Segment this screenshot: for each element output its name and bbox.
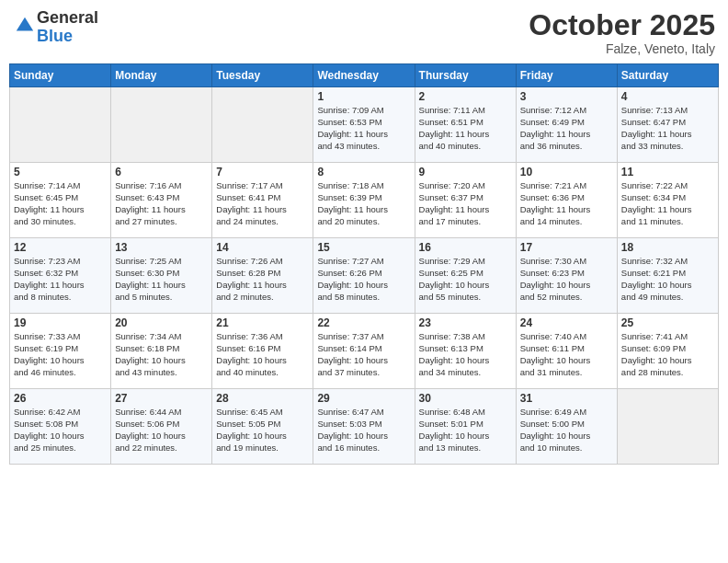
table-row: 3Sunrise: 7:12 AM Sunset: 6:49 PM Daylig… (516, 87, 617, 163)
day-number: 9 (419, 166, 512, 178)
day-number: 19 (14, 316, 107, 329)
day-info: Sunrise: 7:18 AM Sunset: 6:39 PM Dayligh… (317, 180, 410, 227)
day-info: Sunrise: 7:41 AM Sunset: 6:09 PM Dayligh… (621, 331, 714, 378)
header: General Blue October 2025 Falze, Veneto,… (9, 9, 719, 56)
title-block: October 2025 Falze, Veneto, Italy (529, 9, 715, 56)
logo-general-text: General (37, 8, 98, 27)
calendar-table: Sunday Monday Tuesday Wednesday Thursday… (9, 63, 719, 465)
col-monday: Monday (111, 64, 212, 87)
month-title: October 2025 (529, 9, 715, 41)
calendar-row: 19Sunrise: 7:33 AM Sunset: 6:19 PM Dayli… (10, 314, 719, 389)
table-row: 19Sunrise: 7:33 AM Sunset: 6:19 PM Dayli… (10, 314, 111, 389)
day-info: Sunrise: 7:09 AM Sunset: 6:53 PM Dayligh… (317, 105, 410, 152)
logo-blue-text: Blue (37, 27, 73, 45)
day-info: Sunrise: 7:22 AM Sunset: 6:34 PM Dayligh… (621, 180, 714, 227)
day-number: 22 (317, 316, 410, 329)
day-number: 6 (115, 166, 208, 178)
day-info: Sunrise: 7:40 AM Sunset: 6:11 PM Dayligh… (520, 331, 613, 378)
day-number: 31 (520, 392, 613, 405)
table-row (10, 87, 111, 163)
day-number: 29 (317, 392, 410, 405)
table-row: 21Sunrise: 7:36 AM Sunset: 6:16 PM Dayli… (212, 314, 313, 389)
day-number: 11 (621, 166, 714, 178)
calendar-row: 26Sunrise: 6:42 AM Sunset: 5:08 PM Dayli… (10, 389, 719, 465)
day-info: Sunrise: 7:34 AM Sunset: 6:18 PM Dayligh… (115, 331, 208, 378)
day-number: 4 (621, 90, 714, 103)
day-number: 1 (317, 90, 410, 103)
table-row: 7Sunrise: 7:17 AM Sunset: 6:41 PM Daylig… (212, 163, 313, 238)
table-row: 30Sunrise: 6:48 AM Sunset: 5:01 PM Dayli… (415, 389, 516, 465)
table-row: 25Sunrise: 7:41 AM Sunset: 6:09 PM Dayli… (617, 314, 718, 389)
table-row: 31Sunrise: 6:49 AM Sunset: 5:00 PM Dayli… (516, 389, 617, 465)
table-row: 12Sunrise: 7:23 AM Sunset: 6:32 PM Dayli… (10, 238, 111, 314)
col-tuesday: Tuesday (212, 64, 313, 87)
day-number: 7 (216, 166, 309, 178)
day-info: Sunrise: 7:37 AM Sunset: 6:14 PM Dayligh… (317, 331, 410, 378)
day-number: 5 (14, 166, 107, 178)
day-info: Sunrise: 7:30 AM Sunset: 6:23 PM Dayligh… (520, 256, 613, 303)
day-number: 18 (621, 241, 714, 254)
calendar-header-row: Sunday Monday Tuesday Wednesday Thursday… (10, 64, 719, 87)
table-row: 17Sunrise: 7:30 AM Sunset: 6:23 PM Dayli… (516, 238, 617, 314)
logo: General Blue (13, 9, 98, 46)
table-row: 18Sunrise: 7:32 AM Sunset: 6:21 PM Dayli… (617, 238, 718, 314)
day-number: 28 (216, 392, 309, 405)
day-number: 12 (14, 241, 107, 254)
table-row: 2Sunrise: 7:11 AM Sunset: 6:51 PM Daylig… (415, 87, 516, 163)
table-row: 10Sunrise: 7:21 AM Sunset: 6:36 PM Dayli… (516, 163, 617, 238)
day-number: 26 (14, 392, 107, 405)
day-info: Sunrise: 7:13 AM Sunset: 6:47 PM Dayligh… (621, 105, 714, 152)
logo-icon (15, 16, 35, 36)
day-number: 30 (419, 392, 512, 405)
day-number: 3 (520, 90, 613, 103)
day-info: Sunrise: 6:47 AM Sunset: 5:03 PM Dayligh… (317, 407, 410, 454)
day-info: Sunrise: 7:14 AM Sunset: 6:45 PM Dayligh… (14, 180, 107, 227)
table-row (111, 87, 212, 163)
table-row: 5Sunrise: 7:14 AM Sunset: 6:45 PM Daylig… (10, 163, 111, 238)
calendar-row: 5Sunrise: 7:14 AM Sunset: 6:45 PM Daylig… (10, 163, 719, 238)
day-number: 15 (317, 241, 410, 254)
col-wednesday: Wednesday (313, 64, 415, 87)
table-row: 20Sunrise: 7:34 AM Sunset: 6:18 PM Dayli… (111, 314, 212, 389)
table-row (617, 389, 718, 465)
table-row: 4Sunrise: 7:13 AM Sunset: 6:47 PM Daylig… (617, 87, 718, 163)
day-info: Sunrise: 7:17 AM Sunset: 6:41 PM Dayligh… (216, 180, 309, 227)
day-info: Sunrise: 7:36 AM Sunset: 6:16 PM Dayligh… (216, 331, 309, 378)
svg-marker-0 (17, 17, 33, 31)
col-friday: Friday (516, 64, 617, 87)
day-number: 17 (520, 241, 613, 254)
day-info: Sunrise: 7:38 AM Sunset: 6:13 PM Dayligh… (419, 331, 512, 378)
table-row: 15Sunrise: 7:27 AM Sunset: 6:26 PM Dayli… (313, 238, 415, 314)
day-number: 16 (419, 241, 512, 254)
day-info: Sunrise: 7:25 AM Sunset: 6:30 PM Dayligh… (115, 256, 208, 303)
day-info: Sunrise: 7:23 AM Sunset: 6:32 PM Dayligh… (14, 256, 107, 303)
calendar-row: 1Sunrise: 7:09 AM Sunset: 6:53 PM Daylig… (10, 87, 719, 163)
day-number: 24 (520, 316, 613, 329)
table-row: 23Sunrise: 7:38 AM Sunset: 6:13 PM Dayli… (415, 314, 516, 389)
table-row: 6Sunrise: 7:16 AM Sunset: 6:43 PM Daylig… (111, 163, 212, 238)
table-row: 16Sunrise: 7:29 AM Sunset: 6:25 PM Dayli… (415, 238, 516, 314)
table-row: 22Sunrise: 7:37 AM Sunset: 6:14 PM Dayli… (313, 314, 415, 389)
day-number: 13 (115, 241, 208, 254)
day-number: 25 (621, 316, 714, 329)
col-thursday: Thursday (415, 64, 516, 87)
day-number: 14 (216, 241, 309, 254)
calendar-row: 12Sunrise: 7:23 AM Sunset: 6:32 PM Dayli… (10, 238, 719, 314)
day-info: Sunrise: 7:21 AM Sunset: 6:36 PM Dayligh… (520, 180, 613, 227)
day-info: Sunrise: 6:42 AM Sunset: 5:08 PM Dayligh… (14, 407, 107, 454)
day-info: Sunrise: 6:49 AM Sunset: 5:00 PM Dayligh… (520, 407, 613, 454)
day-info: Sunrise: 7:16 AM Sunset: 6:43 PM Dayligh… (115, 180, 208, 227)
day-info: Sunrise: 7:12 AM Sunset: 6:49 PM Dayligh… (520, 105, 613, 152)
table-row: 8Sunrise: 7:18 AM Sunset: 6:39 PM Daylig… (313, 163, 415, 238)
day-info: Sunrise: 7:27 AM Sunset: 6:26 PM Dayligh… (317, 256, 410, 303)
day-info: Sunrise: 7:26 AM Sunset: 6:28 PM Dayligh… (216, 256, 309, 303)
table-row: 28Sunrise: 6:45 AM Sunset: 5:05 PM Dayli… (212, 389, 313, 465)
day-info: Sunrise: 7:20 AM Sunset: 6:37 PM Dayligh… (419, 180, 512, 227)
day-number: 20 (115, 316, 208, 329)
table-row: 29Sunrise: 6:47 AM Sunset: 5:03 PM Dayli… (313, 389, 415, 465)
table-row: 11Sunrise: 7:22 AM Sunset: 6:34 PM Dayli… (617, 163, 718, 238)
day-number: 8 (317, 166, 410, 178)
day-info: Sunrise: 6:44 AM Sunset: 5:06 PM Dayligh… (115, 407, 208, 454)
table-row: 24Sunrise: 7:40 AM Sunset: 6:11 PM Dayli… (516, 314, 617, 389)
day-info: Sunrise: 7:33 AM Sunset: 6:19 PM Dayligh… (14, 331, 107, 378)
